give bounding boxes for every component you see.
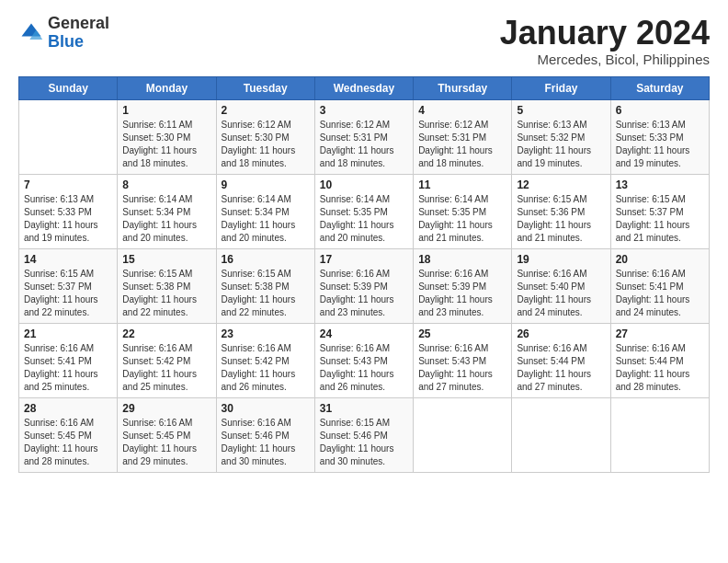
day-cell xyxy=(610,397,709,472)
logo-general: General xyxy=(48,14,109,32)
day-number: 7 xyxy=(24,178,112,191)
day-info: Sunrise: 6:16 AM Sunset: 5:45 PM Dayligh… xyxy=(24,417,112,468)
day-cell: 22Sunrise: 6:16 AM Sunset: 5:42 PM Dayli… xyxy=(118,323,216,397)
day-number: 23 xyxy=(222,327,310,340)
day-cell: 18Sunrise: 6:16 AM Sunset: 5:39 PM Dayli… xyxy=(414,248,512,323)
day-number: 13 xyxy=(616,178,704,191)
logo-blue: Blue xyxy=(48,32,84,51)
day-cell: 17Sunrise: 6:16 AM Sunset: 5:39 PM Dayli… xyxy=(314,248,413,323)
day-number: 29 xyxy=(122,402,210,415)
day-cell: 8Sunrise: 6:14 AM Sunset: 5:34 PM Daylig… xyxy=(118,174,216,248)
day-info: Sunrise: 6:16 AM Sunset: 5:44 PM Dayligh… xyxy=(616,342,704,394)
day-number: 31 xyxy=(320,402,408,415)
day-info: Sunrise: 6:16 AM Sunset: 5:41 PM Dayligh… xyxy=(24,342,112,394)
day-cell xyxy=(414,397,512,472)
day-number: 3 xyxy=(320,104,408,117)
day-cell: 31Sunrise: 6:15 AM Sunset: 5:46 PM Dayli… xyxy=(314,397,413,472)
logo: General Blue xyxy=(18,15,109,52)
day-cell: 6Sunrise: 6:13 AM Sunset: 5:33 PM Daylig… xyxy=(610,99,709,174)
header: General Blue January 2024 Mercedes, Bico… xyxy=(18,15,710,67)
day-cell: 21Sunrise: 6:16 AM Sunset: 5:41 PM Dayli… xyxy=(19,323,118,397)
day-info: Sunrise: 6:15 AM Sunset: 5:38 PM Dayligh… xyxy=(122,268,210,319)
day-cell: 10Sunrise: 6:14 AM Sunset: 5:35 PM Dayli… xyxy=(314,174,413,248)
page: General Blue January 2024 Mercedes, Bico… xyxy=(0,0,728,482)
day-cell: 15Sunrise: 6:15 AM Sunset: 5:38 PM Dayli… xyxy=(118,248,216,323)
day-info: Sunrise: 6:16 AM Sunset: 5:41 PM Dayligh… xyxy=(616,268,704,319)
day-info: Sunrise: 6:16 AM Sunset: 5:45 PM Dayligh… xyxy=(122,417,210,468)
header-cell-saturday: Saturday xyxy=(610,76,709,99)
day-info: Sunrise: 6:15 AM Sunset: 5:36 PM Dayligh… xyxy=(517,193,605,245)
day-number: 24 xyxy=(320,327,408,340)
day-info: Sunrise: 6:16 AM Sunset: 5:43 PM Dayligh… xyxy=(418,342,506,394)
day-number: 22 xyxy=(122,327,210,340)
header-cell-tuesday: Tuesday xyxy=(216,76,314,99)
day-number: 9 xyxy=(222,178,310,191)
day-cell: 9Sunrise: 6:14 AM Sunset: 5:34 PM Daylig… xyxy=(216,174,314,248)
day-number: 4 xyxy=(418,104,506,117)
header-row: SundayMondayTuesdayWednesdayThursdayFrid… xyxy=(19,76,710,99)
day-info: Sunrise: 6:16 AM Sunset: 5:43 PM Dayligh… xyxy=(320,342,408,394)
day-info: Sunrise: 6:13 AM Sunset: 5:33 PM Dayligh… xyxy=(616,119,704,170)
day-cell: 3Sunrise: 6:12 AM Sunset: 5:31 PM Daylig… xyxy=(314,99,413,174)
day-number: 30 xyxy=(222,402,310,415)
day-info: Sunrise: 6:16 AM Sunset: 5:46 PM Dayligh… xyxy=(222,417,310,468)
day-cell: 16Sunrise: 6:15 AM Sunset: 5:38 PM Dayli… xyxy=(216,248,314,323)
day-cell: 1Sunrise: 6:11 AM Sunset: 5:30 PM Daylig… xyxy=(118,99,216,174)
day-number: 16 xyxy=(222,253,310,266)
day-number: 28 xyxy=(24,402,112,415)
day-cell: 4Sunrise: 6:12 AM Sunset: 5:31 PM Daylig… xyxy=(414,99,512,174)
day-cell: 23Sunrise: 6:16 AM Sunset: 5:42 PM Dayli… xyxy=(216,323,314,397)
day-number: 14 xyxy=(24,253,112,266)
day-number: 21 xyxy=(24,327,112,340)
day-cell xyxy=(19,99,118,174)
day-info: Sunrise: 6:11 AM Sunset: 5:30 PM Dayligh… xyxy=(122,119,210,170)
day-info: Sunrise: 6:12 AM Sunset: 5:31 PM Dayligh… xyxy=(418,119,506,170)
day-info: Sunrise: 6:15 AM Sunset: 5:37 PM Dayligh… xyxy=(24,268,112,319)
calendar-body: 1Sunrise: 6:11 AM Sunset: 5:30 PM Daylig… xyxy=(19,99,710,472)
day-info: Sunrise: 6:16 AM Sunset: 5:42 PM Dayligh… xyxy=(122,342,210,394)
day-cell: 14Sunrise: 6:15 AM Sunset: 5:37 PM Dayli… xyxy=(19,248,118,323)
day-number: 18 xyxy=(418,253,506,266)
day-cell: 26Sunrise: 6:16 AM Sunset: 5:44 PM Dayli… xyxy=(512,323,610,397)
day-number: 26 xyxy=(517,327,605,340)
day-cell: 30Sunrise: 6:16 AM Sunset: 5:46 PM Dayli… xyxy=(216,397,314,472)
day-number: 20 xyxy=(616,253,704,266)
day-cell: 12Sunrise: 6:15 AM Sunset: 5:36 PM Dayli… xyxy=(512,174,610,248)
day-cell: 5Sunrise: 6:13 AM Sunset: 5:32 PM Daylig… xyxy=(512,99,610,174)
day-info: Sunrise: 6:12 AM Sunset: 5:31 PM Dayligh… xyxy=(320,119,408,170)
header-cell-sunday: Sunday xyxy=(19,76,118,99)
day-number: 17 xyxy=(320,253,408,266)
week-row-3: 21Sunrise: 6:16 AM Sunset: 5:41 PM Dayli… xyxy=(19,323,710,397)
day-info: Sunrise: 6:16 AM Sunset: 5:44 PM Dayligh… xyxy=(517,342,605,394)
day-info: Sunrise: 6:15 AM Sunset: 5:38 PM Dayligh… xyxy=(222,268,310,319)
day-cell: 2Sunrise: 6:12 AM Sunset: 5:30 PM Daylig… xyxy=(216,99,314,174)
week-row-0: 1Sunrise: 6:11 AM Sunset: 5:30 PM Daylig… xyxy=(19,99,710,174)
day-number: 19 xyxy=(517,253,605,266)
day-cell: 19Sunrise: 6:16 AM Sunset: 5:40 PM Dayli… xyxy=(512,248,610,323)
day-info: Sunrise: 6:15 AM Sunset: 5:46 PM Dayligh… xyxy=(320,417,408,468)
day-cell: 13Sunrise: 6:15 AM Sunset: 5:37 PM Dayli… xyxy=(610,174,709,248)
calendar-header: SundayMondayTuesdayWednesdayThursdayFrid… xyxy=(19,76,710,99)
day-info: Sunrise: 6:16 AM Sunset: 5:42 PM Dayligh… xyxy=(222,342,310,394)
day-number: 11 xyxy=(418,178,506,191)
day-cell: 25Sunrise: 6:16 AM Sunset: 5:43 PM Dayli… xyxy=(414,323,512,397)
day-number: 6 xyxy=(616,104,704,117)
day-number: 25 xyxy=(418,327,506,340)
day-info: Sunrise: 6:13 AM Sunset: 5:32 PM Dayligh… xyxy=(517,119,605,170)
day-info: Sunrise: 6:15 AM Sunset: 5:37 PM Dayligh… xyxy=(616,193,704,245)
day-number: 10 xyxy=(320,178,408,191)
day-info: Sunrise: 6:16 AM Sunset: 5:40 PM Dayligh… xyxy=(517,268,605,319)
week-row-2: 14Sunrise: 6:15 AM Sunset: 5:37 PM Dayli… xyxy=(19,248,710,323)
calendar-table: SundayMondayTuesdayWednesdayThursdayFrid… xyxy=(18,76,710,473)
day-info: Sunrise: 6:16 AM Sunset: 5:39 PM Dayligh… xyxy=(418,268,506,319)
day-cell: 24Sunrise: 6:16 AM Sunset: 5:43 PM Dayli… xyxy=(314,323,413,397)
logo-text: General Blue xyxy=(48,15,109,52)
calendar-title: January 2024 xyxy=(500,15,710,52)
day-number: 2 xyxy=(222,104,310,117)
calendar-subtitle: Mercedes, Bicol, Philippines xyxy=(500,52,710,67)
logo-icon xyxy=(18,20,44,46)
day-info: Sunrise: 6:14 AM Sunset: 5:34 PM Dayligh… xyxy=(222,193,310,245)
day-cell: 27Sunrise: 6:16 AM Sunset: 5:44 PM Dayli… xyxy=(610,323,709,397)
day-cell: 20Sunrise: 6:16 AM Sunset: 5:41 PM Dayli… xyxy=(610,248,709,323)
day-cell xyxy=(512,397,610,472)
